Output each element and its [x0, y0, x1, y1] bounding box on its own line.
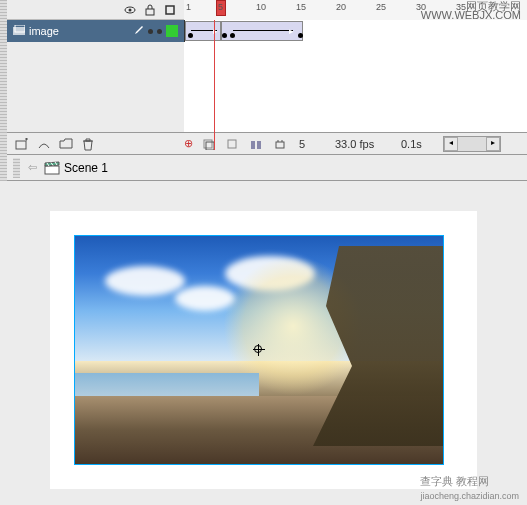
stage-area[interactable] [0, 181, 527, 505]
back-arrow-icon[interactable]: ⇦ [24, 160, 40, 176]
new-layer-button[interactable] [13, 135, 31, 153]
fps-display: 33.0 fps [331, 138, 391, 150]
playback-controls: ⊕ 5 33.0 fps 0.1s ◂ ▸ [184, 135, 521, 153]
new-folder-button[interactable] [57, 135, 75, 153]
keyframe-icon[interactable] [188, 33, 193, 38]
layer-tools [13, 135, 184, 153]
layer-color-swatch[interactable] [166, 25, 178, 37]
onion-skin-outline-icon[interactable] [223, 135, 241, 153]
scroll-right-arrow[interactable]: ▸ [486, 137, 500, 151]
canvas-background [50, 211, 477, 489]
ruler-mark: 25 [376, 2, 386, 12]
arrow-icon: ▸ [289, 26, 294, 36]
watermark-bottom: 查字典 教程网 jiaocheng.chazidian.com [420, 474, 519, 501]
svg-rect-12 [276, 142, 284, 148]
ruler-mark: 1 [186, 2, 191, 12]
selected-image-symbol[interactable] [74, 235, 444, 465]
lock-icon[interactable] [144, 4, 156, 16]
svg-rect-8 [206, 142, 214, 150]
ruler-mark: 10 [256, 2, 266, 12]
ruler-mark: 15 [296, 2, 306, 12]
tween-line [233, 30, 293, 31]
keyframe-icon[interactable] [230, 33, 235, 38]
registration-point-icon [253, 344, 265, 356]
frame-ruler[interactable]: 1 5 10 15 20 25 30 35 网页教学网 WWW.WEBJX.CO… [184, 0, 527, 20]
timeline-panel: 1 5 10 15 20 25 30 35 网页教学网 WWW.WEBJX.CO… [7, 0, 527, 155]
svg-rect-6 [16, 141, 26, 149]
svg-rect-9 [228, 140, 236, 148]
timeline-footer: ⊕ 5 33.0 fps 0.1s ◂ ▸ [7, 132, 527, 154]
scene-drag-handle[interactable] [13, 158, 20, 178]
keyframe-icon[interactable] [298, 33, 303, 38]
horizontal-scrollbar[interactable]: ◂ ▸ [443, 136, 501, 152]
ruler-mark: 20 [336, 2, 346, 12]
clapboard-icon [44, 160, 60, 176]
eye-icon[interactable] [124, 4, 136, 16]
cloud-shape [105, 266, 185, 296]
timeline-header: 1 5 10 15 20 25 30 35 网页教学网 WWW.WEBJX.CO… [7, 0, 527, 20]
svg-rect-7 [204, 140, 212, 148]
layer-header-icons [7, 4, 184, 16]
svg-rect-3 [166, 6, 174, 14]
empty-timeline-area [7, 42, 527, 132]
scroll-left-arrow[interactable]: ◂ [444, 137, 458, 151]
playhead-line [214, 20, 215, 150]
outline-icon[interactable] [164, 4, 176, 16]
frames-area[interactable]: ▸ ▸ [184, 20, 527, 42]
lock-dot[interactable] [157, 29, 162, 34]
svg-rect-2 [146, 9, 154, 15]
center-frame-icon[interactable]: ⊕ [184, 137, 193, 150]
svg-rect-13 [45, 166, 59, 174]
delete-layer-button[interactable] [79, 135, 97, 153]
scene-bar: ⇦ Scene 1 [7, 155, 527, 181]
edit-multiple-frames-icon[interactable] [247, 135, 265, 153]
new-motion-guide-button[interactable] [35, 135, 53, 153]
layer-controls: image [7, 25, 184, 37]
svg-rect-10 [251, 141, 255, 149]
layer-row[interactable]: image ▸ ▸ [7, 20, 527, 42]
scene-name[interactable]: Scene 1 [64, 161, 108, 175]
layer-name[interactable]: image [29, 25, 130, 37]
svg-rect-11 [257, 141, 261, 149]
visibility-dot[interactable] [148, 29, 153, 34]
keyframe-icon[interactable] [222, 33, 227, 38]
current-frame-display: 5 [295, 138, 325, 150]
svg-point-1 [129, 8, 132, 11]
pencil-icon [134, 25, 144, 37]
elapsed-time-display: 0.1s [397, 138, 437, 150]
watermark-top: 网页教学网 WWW.WEBJX.COM [421, 2, 521, 20]
layer-type-icon [13, 25, 25, 37]
modify-onion-markers-icon[interactable] [271, 135, 289, 153]
ruler-mark: 5 [218, 2, 223, 12]
